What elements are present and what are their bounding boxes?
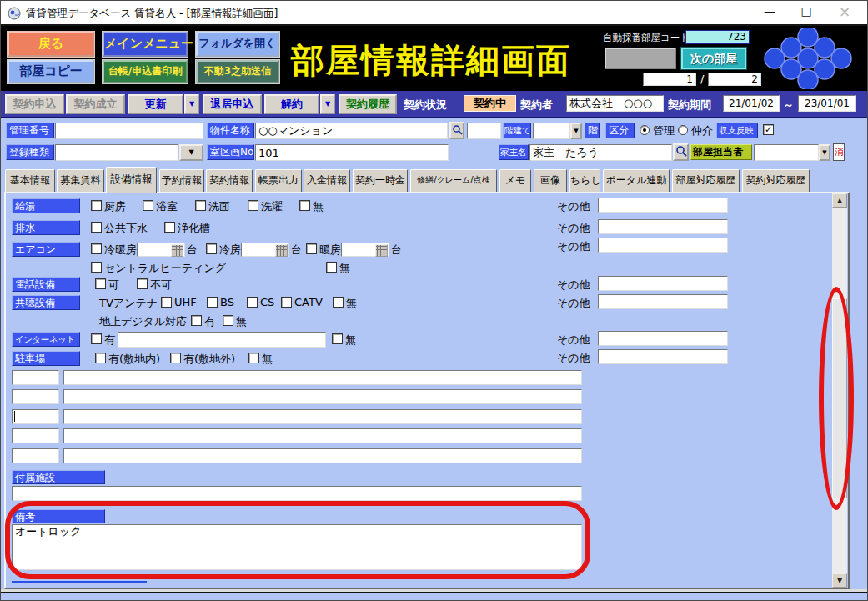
remarks-textarea[interactable]: オートロック (12, 524, 582, 570)
tab-contract-response-history[interactable]: 契約対応履歴 (742, 169, 810, 192)
floor-field[interactable] (533, 123, 570, 139)
reg-type-field[interactable] (55, 144, 178, 161)
custom-row-value-field[interactable] (63, 409, 582, 424)
custom-row-value-field[interactable] (63, 370, 582, 385)
contractor-field[interactable] (566, 95, 664, 112)
aircon-none-checkbox[interactable] (326, 262, 337, 273)
phone-ng-checkbox[interactable] (137, 278, 148, 289)
tab-repair-claim-inspection[interactable]: 修繕/クレーム/点検 (410, 169, 497, 192)
manage-radio[interactable] (640, 125, 650, 135)
tab-deposit-info[interactable]: 入金情報 (304, 169, 350, 192)
numpad-grid-icon[interactable] (375, 244, 388, 257)
custom-row-key-field[interactable] (12, 428, 59, 443)
tab-contract-info[interactable]: 契約情報 (206, 169, 253, 192)
internet-none-checkbox[interactable] (332, 333, 343, 344)
digital-yes-checkbox[interactable] (191, 315, 202, 326)
scroll-down-icon[interactable]: ▼ (832, 573, 847, 588)
drainage-other-field[interactable] (598, 219, 728, 234)
contract-apply-button[interactable]: 契約申込 (5, 94, 64, 114)
internet-other-field[interactable] (598, 331, 728, 346)
tab-flyer[interactable]: ちらし (569, 169, 600, 192)
balance-checkbox[interactable]: ✓ (763, 124, 774, 135)
uhf-checkbox[interactable] (161, 297, 172, 308)
cool-count-field[interactable] (241, 243, 289, 257)
tab-basic-info[interactable]: 基本情報 (5, 169, 55, 192)
moveout-button[interactable]: 退居申込 (203, 94, 262, 114)
antenna-none-checkbox[interactable] (333, 297, 344, 308)
aircon-other-field[interactable] (598, 238, 728, 253)
bathroom-checkbox[interactable] (143, 200, 153, 211)
digital-no-checkbox[interactable] (223, 315, 233, 326)
broker-radio[interactable] (678, 125, 688, 135)
fudo3-send-button[interactable]: 不動3之助送信 (196, 60, 279, 83)
heat-count-field[interactable] (341, 243, 389, 257)
scrollbar-thumb[interactable] (832, 298, 847, 498)
parking-offsite-checkbox[interactable] (170, 353, 181, 363)
hot-water-none-checkbox[interactable] (299, 200, 310, 211)
numpad-grid-icon[interactable] (275, 244, 288, 257)
custom-row-value-field[interactable] (63, 389, 582, 404)
period-from-field[interactable] (723, 95, 780, 112)
owner-field[interactable] (529, 144, 672, 161)
tab-recruit-rent[interactable]: 募集賃料 (57, 169, 104, 192)
central-heating-checkbox[interactable] (91, 262, 102, 273)
property-search-button[interactable] (449, 122, 464, 139)
tab-portal-link[interactable]: ポータル連動 (603, 169, 670, 192)
room-no-field[interactable] (255, 144, 449, 161)
public-sewer-checkbox[interactable] (91, 222, 102, 233)
custom-row-key-field[interactable] (12, 370, 59, 385)
custom-row-key-field[interactable] (12, 389, 59, 404)
tab-memo[interactable]: メモ (499, 169, 531, 192)
attached-facility-field[interactable] (12, 486, 582, 501)
tab-image[interactable]: 画像 (534, 169, 567, 192)
room-staff-field[interactable] (754, 144, 819, 161)
contract-history-button[interactable]: 契約履歴 (339, 94, 397, 114)
close-button[interactable]: × (833, 3, 856, 20)
parking-none-checkbox[interactable] (248, 353, 259, 363)
kitchen-checkbox[interactable] (91, 200, 102, 211)
open-folder-button[interactable]: フォルダを開く (196, 32, 279, 57)
heat-checkbox[interactable] (306, 243, 317, 254)
page-current-field[interactable] (643, 73, 696, 86)
blank-gray-button[interactable] (605, 48, 676, 69)
ledger-print-button[interactable]: 台帳/申込書印刷 (103, 60, 188, 83)
cancel-dropdown-icon[interactable]: ▼ (320, 94, 335, 114)
minimize-button[interactable]: — (758, 4, 781, 21)
back-button[interactable]: 戻る (8, 32, 94, 57)
staff-clear-button[interactable]: 消 (833, 143, 845, 161)
phone-other-field[interactable] (598, 276, 728, 291)
custom-row-key-field-focused[interactable] (12, 409, 59, 424)
parking-onsite-checkbox[interactable] (95, 353, 106, 363)
cancel-contract-button[interactable]: 解約 (264, 94, 319, 114)
reg-type-dropdown-icon[interactable]: ▼ (179, 144, 203, 161)
internet-yes-checkbox[interactable] (91, 333, 102, 344)
custom-row-key-field[interactable] (12, 448, 59, 463)
owner-search-button[interactable] (673, 143, 689, 161)
heat-cool-count-field[interactable] (137, 243, 185, 257)
antenna-other-field[interactable] (598, 294, 728, 309)
heat-cool-checkbox[interactable] (91, 243, 102, 254)
cs-checkbox[interactable] (247, 297, 258, 308)
hot-water-other-field[interactable] (598, 198, 728, 213)
laundry-checkbox[interactable] (248, 200, 258, 211)
renew-button[interactable]: 更新 (128, 94, 183, 114)
catv-checkbox[interactable] (281, 297, 292, 308)
tab-room-response-history[interactable]: 部屋対応履歴 (672, 169, 740, 192)
phone-ok-checkbox[interactable] (95, 278, 106, 289)
floor-dropdown-icon[interactable]: ▼ (570, 123, 582, 139)
staff-dropdown-icon[interactable]: ▼ (819, 144, 830, 161)
next-room-button[interactable]: 次の部屋 (681, 48, 746, 69)
bs-checkbox[interactable] (207, 297, 218, 308)
main-menu-button[interactable]: メインメニュー (103, 32, 188, 57)
tab-reservation-info[interactable]: 予約情報 (159, 169, 204, 192)
tab-contract-lumpsum[interactable]: 契約一時金 (353, 169, 408, 192)
contract-complete-button[interactable]: 契約成立 (66, 94, 125, 114)
property-name-field[interactable] (255, 123, 448, 139)
room-copy-button[interactable]: 部屋コピー (8, 60, 94, 83)
parking-other-field[interactable] (598, 349, 728, 364)
septic-tank-checkbox[interactable] (164, 222, 175, 233)
period-to-field[interactable] (798, 95, 856, 112)
renew-dropdown-icon[interactable]: ▼ (184, 94, 199, 114)
tab-equipment-info[interactable]: 設備情報 (106, 167, 157, 193)
internet-provider-field[interactable] (118, 332, 326, 348)
